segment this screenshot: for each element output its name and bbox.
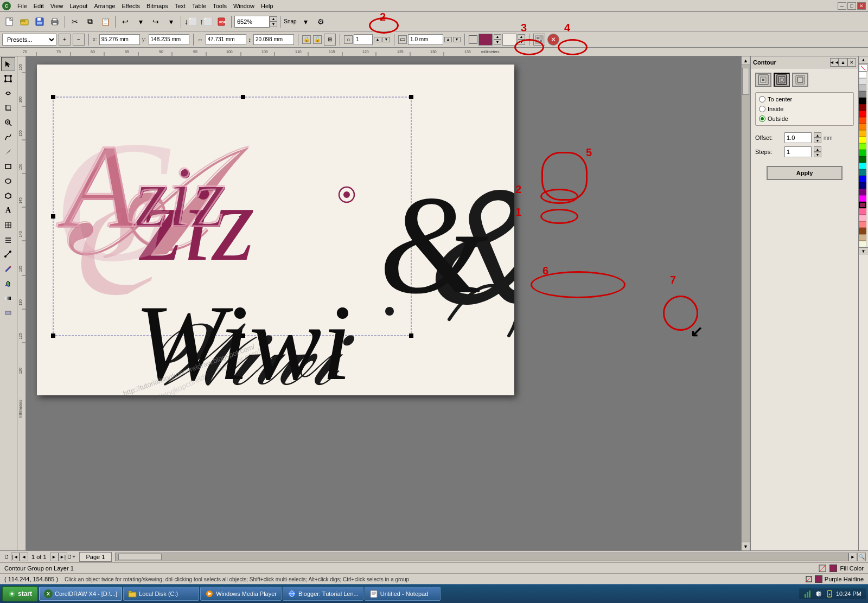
palette-scroll-down[interactable]: ▼ <box>859 247 868 255</box>
fill-color-up[interactable]: ▲ <box>494 34 501 40</box>
offset-input[interactable]: 1.0 <box>784 132 812 143</box>
polygon-tool[interactable] <box>1 189 15 203</box>
brown-swatch[interactable] <box>859 228 866 234</box>
steps-down[interactable]: ▼ <box>382 37 390 42</box>
beige-swatch[interactable] <box>859 241 866 247</box>
yellow-green-swatch[interactable] <box>859 143 866 150</box>
remove-preset-button[interactable]: − <box>73 34 85 46</box>
menu-bitmaps[interactable]: Bitmaps <box>143 2 171 10</box>
outline-color-button[interactable] <box>502 34 516 46</box>
freehand-tool[interactable] <box>1 130 15 144</box>
thickness-down[interactable]: ▼ <box>453 37 461 42</box>
parallel-tool[interactable] <box>1 233 15 247</box>
add-page-button[interactable]: 🗋+ <box>67 553 76 561</box>
select-tool[interactable] <box>1 57 15 71</box>
prev-page-button[interactable]: ◄ <box>20 553 28 561</box>
connector-tool[interactable] <box>1 247 15 261</box>
snap-dropdown[interactable]: ▾ <box>298 15 312 29</box>
rectangle-tool[interactable] <box>1 159 15 174</box>
panel-scroll-prev[interactable]: ◄◄ <box>830 58 839 67</box>
lock-aspect-button[interactable]: 🔒 <box>302 35 311 44</box>
dropper-tool[interactable] <box>1 262 15 276</box>
no-color-swatch[interactable] <box>859 64 867 72</box>
dark-green-swatch[interactable] <box>859 156 866 163</box>
yellow-swatch[interactable] <box>859 137 866 143</box>
red-swatch[interactable] <box>859 111 866 117</box>
y-input[interactable]: 148.235 mm <box>149 34 189 45</box>
menu-tools[interactable]: Tools <box>209 2 230 10</box>
first-page-button[interactable]: |◄ <box>11 553 20 561</box>
close-button[interactable]: ✕ <box>857 2 866 10</box>
menu-edit[interactable]: Edit <box>30 2 47 10</box>
menu-window[interactable]: Window <box>230 2 258 10</box>
table-tool[interactable] <box>1 218 15 232</box>
orange-red-swatch[interactable] <box>859 117 866 124</box>
height-input[interactable]: 20.098 mm <box>253 34 294 45</box>
yellow-orange-swatch[interactable] <box>859 130 866 137</box>
to-center-button[interactable] <box>755 73 771 87</box>
darkgray-swatch[interactable] <box>859 91 866 98</box>
new-button[interactable] <box>2 15 16 29</box>
fill-color-down[interactable]: ▼ <box>494 40 501 45</box>
outside-button[interactable] <box>792 73 808 87</box>
hscroll-track[interactable] <box>115 553 848 561</box>
shape-tool[interactable] <box>1 72 15 86</box>
taskbar-notepad[interactable]: Untitled - Notepad <box>365 587 441 601</box>
width-input[interactable]: 47.731 mm <box>206 34 246 45</box>
inside-radio[interactable]: Inside <box>759 106 850 112</box>
menu-view[interactable]: View <box>47 2 67 10</box>
import-button[interactable]: ↓⬜ <box>184 15 198 29</box>
zoom-up[interactable]: ▲ <box>270 16 277 22</box>
last-page-button[interactable]: ►| <box>59 553 67 561</box>
open-button[interactable] <box>17 15 31 29</box>
artpen-tool[interactable] <box>1 145 15 159</box>
vscroll-up[interactable]: ▲ <box>742 56 750 65</box>
paste-button[interactable]: 📋 <box>98 15 112 29</box>
inside-button[interactable] <box>774 73 790 87</box>
tan-swatch[interactable] <box>859 234 866 241</box>
zoom-input[interactable]: 652% <box>234 16 270 28</box>
hscroll-right[interactable]: ► <box>848 553 857 561</box>
x-input[interactable]: 95.276 mm <box>99 34 140 45</box>
menu-layout[interactable]: Layout <box>66 2 91 10</box>
page-tab[interactable]: Page 1 <box>79 552 112 562</box>
cyan-swatch[interactable] <box>859 163 866 169</box>
tray-volume-icon[interactable] <box>814 589 823 598</box>
apply-button[interactable]: Apply <box>767 166 843 180</box>
cut-button[interactable]: ✂ <box>68 15 82 29</box>
text-tool[interactable]: A <box>1 203 15 217</box>
steps-up-btn[interactable]: ▲ <box>814 146 821 152</box>
black-swatch[interactable] <box>859 98 866 104</box>
taskbar-localdisk[interactable]: Local Disk (C:) <box>123 587 199 601</box>
canvas-area[interactable]: + 𝒜 𝒜 ziz ℭ <box>26 56 750 550</box>
menu-arrange[interactable]: Arrange <box>91 2 118 10</box>
minimize-button[interactable]: ─ <box>838 2 846 10</box>
clear-button[interactable]: ✕ <box>547 34 559 46</box>
offset-up[interactable]: ▲ <box>814 132 821 138</box>
tray-security-icon[interactable] <box>825 589 834 598</box>
navy-swatch[interactable] <box>859 182 866 189</box>
gray-swatch[interactable] <box>859 85 866 91</box>
lightgray-swatch[interactable] <box>859 78 866 85</box>
thickness-up[interactable]: ▲ <box>444 37 452 42</box>
steps-up[interactable]: ▲ <box>374 37 381 42</box>
vscroll-track[interactable] <box>742 65 750 542</box>
taskbar-mediaplayer[interactable]: Windows Media Player <box>200 587 282 601</box>
save-button[interactable] <box>33 15 47 29</box>
next-page-button[interactable]: ► <box>50 553 59 561</box>
menu-table[interactable]: Table <box>189 2 209 10</box>
zoom-tool[interactable] <box>1 116 15 130</box>
tray-network-icon[interactable] <box>803 589 812 598</box>
ellipse-tool[interactable] <box>1 174 15 188</box>
paintbucket-tool[interactable] <box>1 277 15 291</box>
menu-help[interactable]: Help <box>258 2 277 10</box>
panel-close[interactable]: ✕ <box>847 58 856 67</box>
vscroll-thumb[interactable] <box>742 68 749 95</box>
blue-swatch[interactable] <box>859 176 866 182</box>
light-pink-swatch[interactable] <box>859 215 866 221</box>
print-button[interactable] <box>48 15 62 29</box>
panel-expand[interactable]: ▲ <box>839 58 847 67</box>
to-center-radio[interactable]: To center <box>759 96 850 102</box>
magenta-swatch[interactable] <box>859 195 866 202</box>
menu-effects[interactable]: Effects <box>119 2 143 10</box>
